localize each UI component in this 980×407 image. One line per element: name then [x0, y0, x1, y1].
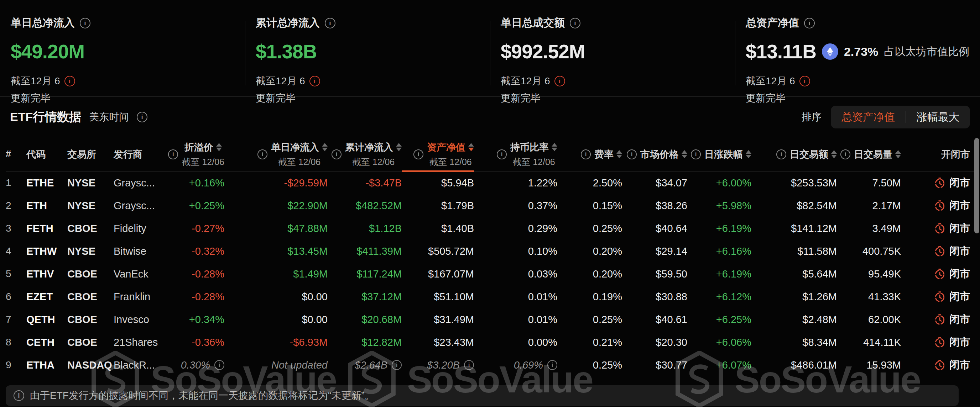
- cell-ticker[interactable]: ETH: [26, 194, 67, 217]
- cell-daily_change: +6.16%: [687, 240, 751, 263]
- cell-daily_flow: -$29.59M: [224, 171, 328, 194]
- cell-daily_flow: -$6.93M: [224, 331, 328, 354]
- cell-holding_ratio: 0.03%: [474, 263, 557, 285]
- cell-ticker[interactable]: ETHA: [26, 354, 67, 376]
- info-icon[interactable]: i: [804, 18, 815, 29]
- alert-info-icon[interactable]: i: [799, 76, 810, 86]
- info-icon[interactable]: i: [168, 149, 178, 159]
- column-header-daily_volume[interactable]: i日交易量: [837, 137, 901, 171]
- value-text: $59.50: [655, 268, 687, 280]
- info-icon[interactable]: i: [258, 149, 267, 159]
- info-icon[interactable]: i: [331, 149, 342, 159]
- stat-card-title: 单日总成交额 i: [501, 16, 728, 30]
- column-header-premium[interactable]: i折溢价截至 12/06: [167, 137, 224, 171]
- table-row[interactable]: 5ETHVCBOEVanEck-0.28%$1.49M$117.24M$167.…: [6, 263, 976, 285]
- cell-ticker[interactable]: ETHE: [26, 171, 67, 194]
- cell-daily_flow: $0.00: [224, 308, 328, 331]
- cell-ticker[interactable]: CETH: [26, 331, 67, 354]
- sort-option-total-net-assets[interactable]: 总资产净值: [831, 110, 905, 125]
- cell-issuer: Graysc...: [114, 171, 167, 194]
- info-icon[interactable]: i: [581, 149, 591, 159]
- cell-ticker[interactable]: FETH: [26, 217, 67, 240]
- info-icon[interactable]: i: [497, 149, 507, 159]
- column-header-nav[interactable]: i资产净值截至 12/06: [402, 137, 474, 171]
- table-row[interactable]: 1ETHENYSEGraysc...+0.16%-$29.59M-$3.47B$…: [6, 171, 976, 194]
- value-text: 400.75K: [862, 245, 901, 257]
- sort-carets-icon: [552, 143, 557, 151]
- value-text: 41.33K: [868, 291, 901, 303]
- column-header-holding_ratio[interactable]: i持币比率截至 12/06: [474, 137, 557, 171]
- cell-market_status: 闭市: [901, 217, 970, 240]
- info-icon[interactable]: i: [547, 360, 557, 370]
- cell-issuer: Graysc...: [114, 194, 167, 217]
- info-icon[interactable]: i: [464, 360, 474, 370]
- cell-cum_flow: $12.82M: [328, 331, 402, 354]
- cell-daily_change: +5.98%: [687, 194, 751, 217]
- cell-price: $20.30: [622, 331, 687, 354]
- eth-share-percent: 2.73%: [844, 45, 878, 59]
- column-header-price[interactable]: i市场价格: [622, 137, 687, 171]
- column-header-num: #: [6, 137, 26, 171]
- column-header-daily_volume_usd[interactable]: i日交易额: [751, 137, 837, 171]
- cell-fee: 0.20%: [557, 240, 622, 263]
- cell-ticker[interactable]: EZET: [26, 285, 67, 308]
- stat-card-title-text: 单日总净流入: [11, 16, 75, 30]
- exchange-text: NYSE: [67, 245, 95, 257]
- sort-carets-icon: [216, 143, 222, 151]
- value-text: $22.90M: [287, 200, 328, 212]
- cell-ticker[interactable]: QETH: [26, 308, 67, 331]
- cell-fee: 0.19%: [557, 285, 622, 308]
- table-row[interactable]: 8CETHCBOE21Shares-0.36%-$6.93M$12.82M$23…: [6, 331, 976, 354]
- cell-holding_ratio: 0.00%: [474, 331, 557, 354]
- column-header-daily_flow[interactable]: i单日净流入截至 12/06: [224, 137, 328, 171]
- info-icon[interactable]: i: [776, 149, 786, 159]
- table-row[interactable]: 3FETHCBOEFidelity-0.27%$47.88M$1.12B$1.4…: [6, 217, 976, 240]
- info-icon[interactable]: i: [215, 360, 224, 370]
- cell-nav: $1.40B: [402, 217, 474, 240]
- alert-info-icon[interactable]: i: [64, 76, 75, 86]
- info-icon[interactable]: i: [137, 112, 148, 122]
- value-text: -0.32%: [192, 245, 224, 257]
- sort-carets-icon: [396, 143, 402, 151]
- alert-info-icon[interactable]: i: [554, 76, 565, 86]
- info-icon[interactable]: i: [325, 18, 336, 29]
- info-icon[interactable]: i: [392, 360, 402, 370]
- issuer-text: Franklin: [114, 291, 150, 303]
- cell-issuer: BlackR...: [114, 354, 167, 376]
- ticker-text: ETHV: [26, 268, 54, 280]
- info-icon[interactable]: i: [570, 18, 581, 29]
- vertical-scrollbar[interactable]: [974, 138, 979, 233]
- num-text: 5: [6, 268, 11, 280]
- value-text: $141.12M: [791, 223, 837, 234]
- value-text: +0.25%: [189, 200, 224, 212]
- value-text: -0.36%: [192, 337, 224, 348]
- info-icon[interactable]: i: [840, 149, 850, 159]
- table-row[interactable]: 6EZETCBOEFranklin-0.28%$0.00$37.12M$51.1…: [6, 285, 976, 308]
- table-row[interactable]: 7QETHCBOEInvesco+0.34%$0.00$20.68M$31.49…: [6, 308, 976, 331]
- value-text: $20.30: [655, 337, 687, 348]
- cell-ticker[interactable]: ETHV: [26, 263, 67, 285]
- info-icon[interactable]: i: [627, 149, 637, 159]
- cell-daily_volume_usd: $486.01M: [751, 354, 837, 376]
- column-header-fee[interactable]: i费率: [557, 137, 622, 171]
- ticker-text: FETH: [26, 223, 53, 234]
- cell-daily_volume: 400.75K: [837, 240, 901, 263]
- sort-option-top-gainers[interactable]: 涨幅最大: [906, 110, 970, 125]
- cell-daily_change: +6.00%: [687, 171, 751, 194]
- market-status-text: 闭市: [950, 267, 970, 281]
- alert-info-icon[interactable]: i: [309, 76, 320, 86]
- table-row[interactable]: 2ETHNYSEGraysc...+0.25%$22.90M$482.52M$1…: [6, 194, 976, 217]
- market-closed-clock-icon: [934, 359, 946, 371]
- info-icon[interactable]: i: [414, 149, 423, 159]
- issuer-text: Fidelity: [114, 223, 146, 234]
- info-icon[interactable]: i: [691, 149, 701, 159]
- cell-num: 4: [6, 240, 26, 263]
- table-row[interactable]: 4ETHWNYSEBitwise-0.32%$13.45M$411.39M$50…: [6, 240, 976, 263]
- footer-disclaimer: i 由于ETF发行方的披露时间不同，未能在同一天披露的数据将标记为“未更新”。: [6, 385, 959, 406]
- column-header-cum_flow[interactable]: i累计净流入截至 12/06: [328, 137, 402, 171]
- cell-num: 9: [6, 354, 26, 376]
- cell-ticker[interactable]: ETHW: [26, 240, 67, 263]
- column-header-daily_change[interactable]: i日涨跌幅: [687, 137, 751, 171]
- info-icon[interactable]: i: [80, 18, 91, 29]
- table-row[interactable]: 9ETHANASDAQBlackR...0.30%iNot updated$2.…: [6, 354, 976, 376]
